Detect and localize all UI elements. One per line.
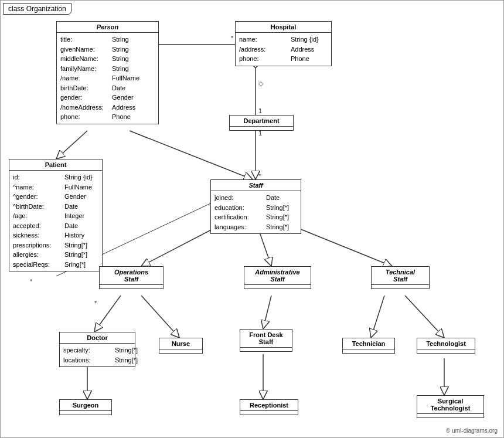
receptionist-class: Receptionist [240,399,298,415]
svg-line-12 [141,296,179,338]
doctor-class: Doctor specialty:String[*] locations:Str… [59,332,135,367]
hospital-class: Hospital name:String {id} /address:Addre… [235,21,332,66]
doctor-class-name: Doctor [60,332,135,344]
receptionist-class-name: Receptionist [240,400,298,411]
technical-staff-attrs [372,285,429,288]
patient-class-attrs: id:String {id} ^name:FullName ^gender:Ge… [9,171,102,271]
staff-class-attrs: joined:Date education:String[*] certific… [211,191,301,233]
svg-text:*: * [258,172,261,179]
diagram-title: class Organization [3,3,71,15]
surgical-technologist-name: SurgicalTechnologist [417,396,483,414]
svg-text:1: 1 [258,107,262,114]
technologist-class-attrs [417,349,475,353]
svg-line-11 [94,296,121,332]
patient-class-name: Patient [9,159,102,171]
surgical-technologist-attrs [417,414,483,417]
technician-class-attrs [343,349,394,353]
front-desk-staff-name: Front DeskStaff [240,330,292,348]
person-class-attrs: title:String givenName:String middleName… [57,33,158,124]
technician-class: Technician [342,338,395,354]
operations-staff-class: OperationsStaff [99,266,164,289]
operations-staff-name: OperationsStaff [100,267,163,285]
svg-line-14 [371,296,384,338]
svg-line-4 [130,131,253,179]
department-class-attrs [230,127,293,130]
technologist-class-name: Technologist [417,338,475,349]
front-desk-staff-class: Front DeskStaff [240,329,292,352]
copyright: © uml-diagrams.org [446,427,498,434]
svg-line-13 [263,296,271,329]
person-class: Person title:String givenName:String mid… [56,21,159,124]
receptionist-class-attrs [240,411,298,415]
svg-text:*: * [94,300,97,307]
technician-class-name: Technician [343,338,394,349]
technical-staff-class: TechnicalStaff [371,266,430,289]
hospital-class-attrs: name:String {id} /address:Address phone:… [236,33,331,66]
surgeon-class-name: Surgeon [60,400,111,411]
doctor-class-attrs: specialty:String[*] locations:String[*] [60,344,135,366]
staff-class-name: Staff [211,180,301,191]
nurse-class-attrs [159,349,202,353]
surgical-technologist-class: SurgicalTechnologist [417,395,484,418]
svg-text:◇: ◇ [258,80,264,87]
front-desk-staff-attrs [240,348,292,351]
svg-text:*: * [30,278,33,285]
surgeon-class: Surgeon [59,399,112,415]
svg-line-3 [56,131,87,159]
patient-class: Patient id:String {id} ^name:FullName ^g… [9,159,103,271]
administrative-staff-name: AdministrativeStaff [244,267,311,285]
department-class: Department [229,115,294,131]
svg-line-15 [405,296,444,338]
diagram-container: class Organization [0,0,504,438]
nurse-class: Nurse [159,338,203,354]
administrative-staff-attrs [244,285,311,288]
hospital-class-name: Hospital [236,22,331,33]
staff-class: Staff joined:Date education:String[*] ce… [210,179,301,234]
department-class-name: Department [230,116,293,127]
technical-staff-name: TechnicalStaff [372,267,429,285]
administrative-staff-class: AdministrativeStaff [244,266,311,289]
person-class-name: Person [57,22,158,33]
nurse-class-name: Nurse [159,338,202,349]
svg-text:*: * [231,35,234,42]
surgeon-class-attrs [60,411,111,415]
operations-staff-attrs [100,285,163,288]
technologist-class: Technologist [417,338,475,354]
